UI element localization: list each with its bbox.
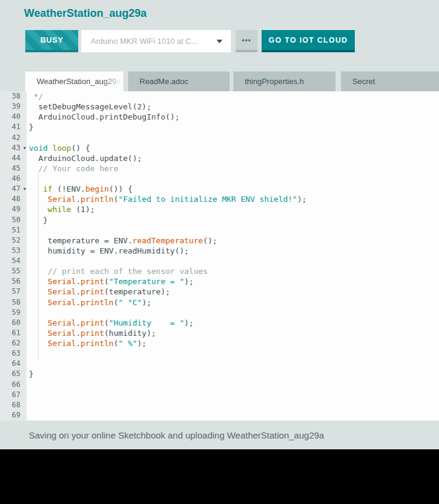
code-line[interactable]: 59 (0, 308, 439, 318)
line-number: 39 (0, 102, 26, 112)
code-line-text (26, 256, 439, 266)
line-number: 44 (0, 153, 26, 163)
fold-arrow-icon[interactable]: ▾ (23, 184, 26, 193)
tab-secret[interactable]: Secret (341, 71, 439, 91)
code-line-text: Serial.print(humidity); (26, 328, 439, 338)
code-line[interactable]: 64 (0, 359, 439, 369)
code-line[interactable]: 60 Serial.print("Humidity = "); (0, 318, 439, 328)
code-line[interactable]: 55 // print each of the sensor values (0, 266, 439, 276)
code-line-text: Serial.print(temperature); (26, 287, 439, 297)
code-line-text (26, 133, 439, 143)
line-number: 42 (0, 133, 26, 143)
code-line[interactable]: 42 (0, 133, 439, 143)
line-number: 61 (0, 328, 26, 338)
code-lines: 38 */39 setDebugMessageLevel(2);40 Ardui… (0, 91, 439, 421)
file-tabs: WeatherStation_aug29a.i ReadMe.adoc thin… (0, 71, 439, 91)
device-selector-label: Arduino MKR WiFi 1010 at C... (91, 37, 198, 46)
device-selector-dropdown[interactable]: Arduino MKR WiFi 1010 at C... (81, 30, 231, 52)
code-line[interactable]: 61 Serial.print(humidity); (0, 328, 439, 338)
code-line-text: Serial.print("Temperature = "); (26, 276, 439, 287)
go-to-iot-cloud-button[interactable]: GO TO IOT CLOUD (262, 30, 355, 52)
code-line[interactable]: 54 (0, 256, 439, 266)
code-line-text: void loop() { (26, 143, 439, 153)
code-line[interactable]: 69 (0, 410, 439, 421)
indent-guide (38, 174, 38, 359)
toolbar: BUSY Arduino MKR WiFi 1010 at C... ••• G… (25, 30, 355, 52)
code-line-text (26, 359, 439, 369)
code-line[interactable]: 63 (0, 348, 439, 359)
code-line-text (26, 410, 439, 421)
code-line[interactable]: 48 Serial.println("Failed to initialize … (0, 194, 439, 204)
tab-thingproperties-label: thingProperties.h (245, 77, 304, 86)
code-line-text: Serial.println(" %"); (26, 338, 439, 348)
code-line-text: */ (26, 91, 439, 102)
code-line[interactable]: 46 (0, 174, 439, 184)
code-line[interactable]: 51 (0, 225, 439, 235)
code-line[interactable]: 44 ArduinoCloud.update(); (0, 153, 439, 163)
line-number: 69 (0, 410, 26, 421)
code-line-text (26, 174, 439, 184)
more-options-button[interactable]: ••• (236, 30, 257, 52)
code-line-text: Serial.println("Failed to initialize MKR… (26, 194, 439, 204)
line-number: 41 (0, 122, 26, 132)
status-message: Saving on your online Sketchbook and upl… (29, 430, 324, 440)
busy-button[interactable]: BUSY (25, 30, 78, 52)
line-number: 55 (0, 266, 26, 276)
code-line[interactable]: 58 Serial.println(" °C"); (0, 297, 439, 308)
code-line[interactable]: 67 (0, 390, 439, 400)
code-line-text: if (!ENV.begin()) { (26, 184, 439, 194)
tab-sketch-label: WeatherStation_aug29a.i (37, 71, 122, 91)
code-line[interactable]: 49 while (1); (0, 204, 439, 214)
code-line[interactable]: 39 setDebugMessageLevel(2); (0, 102, 439, 112)
code-line[interactable]: 57 Serial.print(temperature); (0, 287, 439, 297)
code-line[interactable]: 47▾ if (!ENV.begin()) { (0, 184, 439, 194)
line-number: 43▾ (0, 143, 26, 153)
tab-thingproperties[interactable]: thingProperties.h (233, 71, 336, 91)
code-line[interactable]: 62 Serial.println(" %"); (0, 338, 439, 348)
code-line[interactable]: 56 Serial.print("Temperature = "); (0, 276, 439, 287)
code-line[interactable]: 38 */ (0, 91, 439, 102)
code-line-text (26, 308, 439, 318)
code-line[interactable]: 52 temperature = ENV.readTemperature(); (0, 235, 439, 246)
code-line-text: temperature = ENV.readTemperature(); (26, 235, 439, 246)
code-line[interactable]: 40 ArduinoCloud.printDebugInfo(); (0, 112, 439, 122)
line-number: 46 (0, 174, 26, 184)
code-line[interactable]: 45 // Your code here (0, 163, 439, 174)
line-number: 63 (0, 348, 26, 359)
code-line[interactable]: 41} (0, 122, 439, 132)
code-line[interactable]: 43▾void loop() { (0, 143, 439, 153)
code-line[interactable]: 68 (0, 400, 439, 410)
sketch-title: WeatherStation_aug29a (24, 7, 147, 20)
tab-readme-label: ReadMe.adoc (140, 77, 188, 86)
code-line-text (26, 225, 439, 235)
code-line-text (26, 348, 439, 359)
line-number: 38 (0, 91, 26, 102)
ellipsis-icon: ••• (242, 36, 251, 44)
line-number: 51 (0, 225, 26, 235)
tab-readme[interactable]: ReadMe.adoc (128, 71, 230, 91)
line-number: 49 (0, 204, 26, 214)
line-number: 68 (0, 400, 26, 410)
code-line-text: Serial.print("Humidity = "); (26, 318, 439, 328)
tab-secret-label: Secret (352, 77, 375, 86)
code-line-text (26, 390, 439, 400)
code-line-text: // print each of the sensor values (26, 266, 439, 276)
code-line-text: } (26, 122, 439, 132)
line-number: 56 (0, 276, 26, 287)
fold-arrow-icon[interactable]: ▾ (23, 144, 26, 153)
line-number: 57 (0, 287, 26, 297)
code-line-text: } (26, 369, 439, 379)
line-number: 48 (0, 194, 26, 204)
code-line-text (26, 400, 439, 410)
code-line[interactable]: 53 humidity = ENV.readHumidity(); (0, 246, 439, 256)
code-line-text: while (1); (26, 204, 439, 214)
code-line-text: ArduinoCloud.printDebugInfo(); (26, 112, 439, 122)
line-number: 54 (0, 256, 26, 266)
code-line[interactable]: 50 } (0, 215, 439, 225)
code-line[interactable]: 65} (0, 369, 439, 379)
code-line[interactable]: 66 (0, 380, 439, 390)
code-editor[interactable]: 38 */39 setDebugMessageLevel(2);40 Ardui… (0, 91, 439, 421)
tab-sketch[interactable]: WeatherStation_aug29a.i (25, 71, 123, 91)
line-number: 40 (0, 112, 26, 122)
line-number: 47▾ (0, 184, 26, 194)
